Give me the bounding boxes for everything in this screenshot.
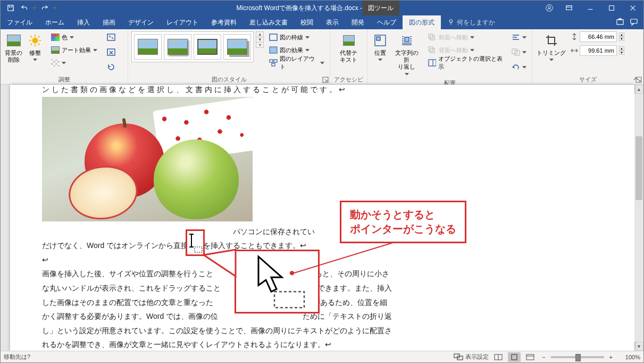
ribbon-tabs: ファイル ホーム 挿入 描画 デザイン レイアウト 参考資料 差し込み文書 校閲… <box>1 15 643 29</box>
tell-me-label: 何をしますか <box>457 18 495 27</box>
zoom-slider[interactable] <box>551 356 604 358</box>
undo-icon[interactable] <box>19 2 30 14</box>
tab-file[interactable]: ファイル <box>1 15 39 29</box>
scroll-down-button[interactable]: ▼ <box>634 342 643 351</box>
titlebar: Microsoft Wordで画像を挿入する場合.docx - Word 図ツー… <box>1 1 643 15</box>
svg-rect-19 <box>405 37 409 42</box>
corrections-label: 修整 <box>29 50 41 56</box>
group-button <box>509 46 529 58</box>
tab-picture-format[interactable]: 図の形式 <box>403 15 441 29</box>
tab-draw[interactable]: 描画 <box>96 15 122 29</box>
corrections-button[interactable]: 修整 <box>26 31 45 63</box>
svg-point-2 <box>548 6 550 9</box>
read-mode-button[interactable] <box>492 352 505 362</box>
minimize-button[interactable] <box>580 1 601 15</box>
color-button[interactable]: 色 <box>49 31 99 43</box>
scroll-track[interactable] <box>634 94 643 342</box>
svg-rect-24 <box>429 60 436 66</box>
scroll-thumb[interactable] <box>635 136 642 200</box>
redo-icon[interactable] <box>39 2 51 14</box>
text-line: パソコンに保存されてい <box>233 227 315 236</box>
tab-developer[interactable]: 開発 <box>345 15 371 29</box>
svg-rect-18 <box>377 37 380 40</box>
style-thumb[interactable] <box>223 34 251 60</box>
style-thumb[interactable] <box>164 34 191 60</box>
maximize-button[interactable] <box>601 1 622 15</box>
svg-rect-21 <box>429 34 433 38</box>
height-icon <box>570 32 579 41</box>
account-icon[interactable] <box>540 1 558 15</box>
picture-styles-gallery[interactable] <box>131 31 254 62</box>
group-adjust: 背景の 削除 修整 色 アート効果 調整 <box>1 29 128 84</box>
picture-layout-button[interactable]: 図のレイアウト <box>267 57 327 69</box>
close-button[interactable] <box>622 1 643 15</box>
zoom-out-button[interactable]: − <box>540 354 547 360</box>
comments-icon[interactable] <box>630 18 638 28</box>
ribbon: 背景の 削除 修整 色 アート効果 調整 <box>1 29 643 85</box>
style-thumb[interactable] <box>134 34 162 60</box>
svg-rect-9 <box>107 34 115 40</box>
document-page[interactable]: ンした書類の画像などを選択し、文書内に挿入することが可能です。↩ だけでなく、W… <box>10 85 634 351</box>
tab-help[interactable]: ヘルプ <box>371 15 403 29</box>
tell-me-search[interactable]: 何をしますか <box>447 15 495 29</box>
svg-point-8 <box>32 38 38 44</box>
tab-mailings[interactable]: 差し込み文書 <box>243 15 294 29</box>
style-thumb[interactable] <box>194 34 221 60</box>
artistic-effects-button[interactable]: アート効果 <box>49 44 99 56</box>
collapse-ribbon-icon[interactable] <box>632 75 640 83</box>
height-input[interactable]: 66.46 mm <box>580 31 617 42</box>
reset-picture-button[interactable] <box>105 61 118 73</box>
print-layout-button[interactable] <box>508 352 521 362</box>
annotation-bubble-line1: 動かそうとすると <box>350 208 456 222</box>
vertical-scrollbar[interactable]: ▲ ▼ <box>634 85 643 351</box>
rotate-button[interactable] <box>509 61 529 73</box>
statusbar: 移動先は? 表示設定 − + 100% <box>1 351 643 362</box>
remove-bg-label: 背景の 削除 <box>5 50 22 63</box>
height-spinner[interactable]: ▲▼ <box>619 32 624 41</box>
svg-rect-12 <box>270 47 277 53</box>
align-button[interactable] <box>509 31 529 43</box>
width-spinner[interactable]: ▲▼ <box>619 46 624 55</box>
compress-pictures-button[interactable] <box>105 31 118 43</box>
tab-references[interactable]: 参考資料 <box>205 15 243 29</box>
tab-home[interactable]: ホーム <box>39 15 71 29</box>
crop-button[interactable]: トリミング <box>536 31 567 63</box>
scroll-up-button[interactable]: ▲ <box>634 85 643 94</box>
remove-background-button[interactable]: 背景の 削除 <box>4 31 23 64</box>
picture-border-button[interactable]: 図の枠線 <box>267 31 327 43</box>
svg-rect-14 <box>274 60 277 62</box>
zoom-in-button[interactable]: + <box>607 354 615 360</box>
text-line: ンした書類の画像などを選択し、文書内に挿入することが可能です。 <box>42 85 339 94</box>
tab-design[interactable]: デザイン <box>122 15 160 29</box>
ribbon-display-options-icon[interactable] <box>558 1 580 15</box>
style-gallery-nav[interactable]: ▲▼▾ <box>256 31 264 48</box>
picture-effects-button[interactable]: 図の効果 <box>267 44 327 56</box>
width-input[interactable]: 99.61 mm <box>580 45 617 56</box>
tab-view[interactable]: 表示 <box>320 15 345 29</box>
tab-layout[interactable]: レイアウト <box>160 15 205 29</box>
dialog-launcher-icon[interactable] <box>322 77 329 83</box>
autosave-icon[interactable] <box>5 2 16 14</box>
chevron-down-icon <box>33 57 37 62</box>
transparency-button[interactable] <box>49 57 99 69</box>
group-accessibility-label: アクセシビリティ <box>330 76 367 84</box>
alt-text-button[interactable]: 代替テ キスト <box>339 31 358 64</box>
zoom-level[interactable]: 100% <box>618 354 640 360</box>
inserted-image-apples[interactable] <box>42 97 253 221</box>
group-accessibility: 代替テ キスト アクセシビリティ <box>330 29 367 84</box>
display-settings-button[interactable]: 表示設定 <box>454 353 489 361</box>
tab-review[interactable]: 校閲 <box>294 15 320 29</box>
selection-pane-button[interactable]: オブジェクトの選択と表示 <box>426 57 506 69</box>
undo-dropdown[interactable] <box>32 6 37 10</box>
svg-rect-3 <box>566 6 572 10</box>
svg-rect-35 <box>526 354 534 360</box>
group-adjust-label: 調整 <box>1 76 128 84</box>
status-left-text: 移動先は? <box>4 353 30 361</box>
change-picture-button[interactable] <box>105 46 118 58</box>
tab-insert[interactable]: 挿入 <box>71 15 96 29</box>
position-button[interactable]: 位置 <box>371 31 390 63</box>
qat-customize-dropdown[interactable] <box>53 6 57 10</box>
wrap-text-button[interactable]: 文字列の折 り返し <box>392 31 422 77</box>
web-layout-button[interactable] <box>524 352 537 362</box>
share-icon[interactable] <box>616 18 624 28</box>
